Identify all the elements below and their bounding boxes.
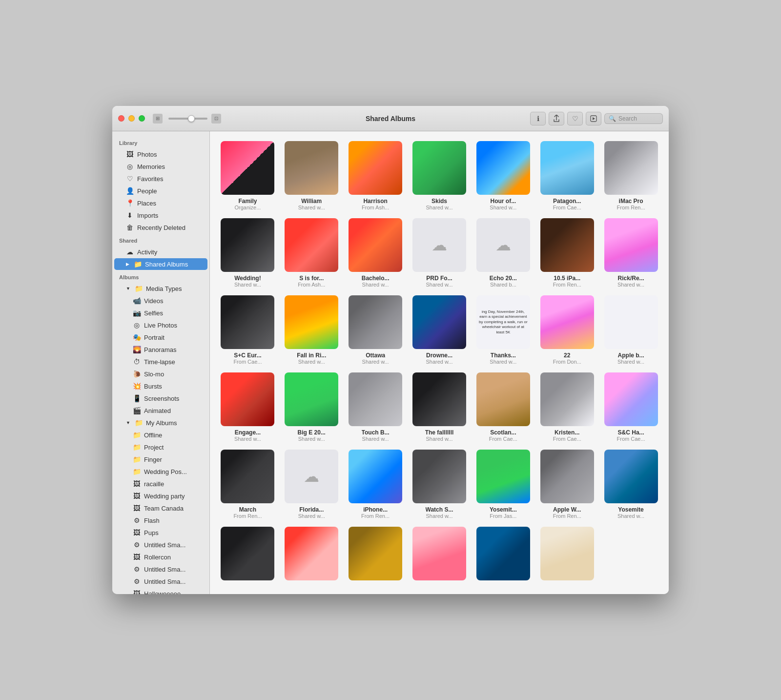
search-box[interactable]: 🔍 Search [604, 113, 663, 124]
animated-icon: 🎬 [133, 407, 141, 414]
album-item-hour-of[interactable]: Hour of...Shared w... [475, 141, 531, 210]
album-item-touch-b[interactable]: Touch B...Shared w... [348, 372, 404, 442]
album-item-thanks[interactable]: ing Day, November 24th, earn a special a… [475, 295, 531, 365]
sidebar-item-memories[interactable]: ◎ Memories [114, 161, 207, 172]
sidebar-item-my-albums[interactable]: ▼ 📁 My Albums [114, 417, 207, 429]
sidebar-item-flash[interactable]: ⚙ Flash [114, 515, 207, 526]
sidebar-item-activity[interactable]: ☁ Activity [114, 246, 207, 258]
album-item-kristen[interactable]: Kristen...From Cae... [539, 372, 595, 442]
album-item-big-e[interactable]: Big E 20...Shared w... [284, 372, 340, 442]
album-title-family: Family [238, 198, 257, 205]
album-item-falllll[interactable]: The falllllllShared w... [411, 372, 468, 442]
album-item-apple-b[interactable]: Apple b...Shared w... [603, 295, 659, 365]
album-item-s-is-for[interactable]: S is for...From Ash... [284, 218, 340, 288]
sidebar-item-halloweeeee[interactable]: 🖼 Halloweeeee... [114, 588, 207, 594]
sidebar-item-photos[interactable]: 🖼 Photos [114, 148, 207, 160]
sidebar-item-rollercon[interactable]: 🖼 Rollercon [114, 551, 207, 563]
album-item-ottawa[interactable]: OttawaShared w... [348, 295, 404, 365]
album-item-engage[interactable]: Engage...Shared w... [220, 372, 276, 442]
sidebar-item-offline[interactable]: 📁 Offline [114, 429, 207, 441]
album-item-echo-20[interactable]: ☁Echo 20...Shared b... [475, 218, 531, 288]
album-title-bachelor: Bachelo... [362, 275, 390, 282]
sidebar-item-places[interactable]: 📍 Places [114, 197, 207, 209]
album-subtitle-apple-b: Shared w... [617, 359, 644, 365]
album-item-apple-w[interactable]: Apple W...From Ren... [539, 450, 595, 519]
album-thumb-falllll [412, 372, 466, 426]
album-item-ipa[interactable]: 10.5 iPa...From Ren... [539, 218, 595, 288]
album-item-wedding[interactable]: Wedding!Shared w... [220, 218, 276, 288]
search-label: Search [618, 115, 637, 122]
sidebar-item-selfies[interactable]: 📷 Selfies [114, 307, 207, 319]
sidebar-item-wedding-party[interactable]: 🖼 Wedding party [114, 490, 207, 502]
album-subtitle-prd-fo: Shared w... [426, 282, 452, 288]
album-item-william[interactable]: WilliamShared w... [284, 141, 340, 210]
album-title-skids: Skids [432, 198, 447, 205]
album-item-prd-fo[interactable]: ☁PRD Fo...Shared w... [411, 218, 468, 288]
sidebar-item-bursts[interactable]: 💥 Bursts [114, 380, 207, 392]
places-icon: 📍 [126, 199, 134, 207]
album-item-florida[interactable]: ☁Florida...Shared w... [284, 450, 340, 519]
album-item-sc-ha[interactable]: S&C Ha...From Cae... [603, 372, 659, 442]
album-item-sc-eur[interactable]: S+C Eur...From Cae... [220, 295, 276, 365]
zoom-thumb[interactable] [188, 115, 195, 122]
sidebar-item-pups[interactable]: 🖼 Pups [114, 527, 207, 538]
album-item-yosemit[interactable]: Yosemit...From Jas... [475, 450, 531, 519]
album-item-march[interactable]: MarchFrom Ren... [220, 450, 276, 519]
favorite-button[interactable]: ♡ [567, 112, 583, 125]
sidebar-item-wedding-pos[interactable]: 📁 Wedding Pos... [114, 466, 207, 477]
album-subtitle-sc-eur: From Cae... [233, 359, 262, 365]
maximize-button[interactable] [139, 115, 145, 122]
album-item-row6d[interactable] [411, 527, 468, 583]
sidebar-item-people[interactable]: 👤 People [114, 185, 207, 197]
album-item-iphone[interactable]: iPhone...From Ren... [348, 450, 404, 519]
sidebar-item-shared-albums[interactable]: ▶ 📁 Shared Albums [114, 258, 207, 270]
sidebar-item-media-types[interactable]: ▼ 📁 Media Types [114, 283, 207, 294]
sidebar-item-finger[interactable]: 📁 Finger [114, 453, 207, 465]
close-button[interactable] [118, 115, 124, 122]
album-item-skids[interactable]: SkidsShared w... [411, 141, 468, 210]
album-item-row6c[interactable] [348, 527, 404, 583]
album-item-22[interactable]: 22From Don... [539, 295, 595, 365]
album-item-bachelor[interactable]: Bachelo...Shared w... [348, 218, 404, 288]
album-item-watch-s[interactable]: Watch S...Shared w... [411, 450, 468, 519]
album-item-scotland[interactable]: Scotlan...From Cae... [475, 372, 531, 442]
sidebar-item-imports[interactable]: ⬇ Imports [114, 209, 207, 221]
sidebar-item-untitled3[interactable]: ⚙ Untitled Sma... [114, 576, 207, 587]
sidebar-item-live-photos[interactable]: ◎ Live Photos [114, 319, 207, 331]
album-item-family[interactable]: FamilyOrganize... [220, 141, 276, 210]
minimize-button[interactable] [128, 115, 135, 122]
sidebar-item-untitled2[interactable]: ⚙ Untitled Sma... [114, 563, 207, 575]
sidebar-item-portrait[interactable]: 🎭 Portrait [114, 331, 207, 343]
slideshow-button[interactable] [586, 112, 601, 125]
album-item-drowned[interactable]: Drowne...Shared w... [411, 295, 468, 365]
albums-section-label: Albums [112, 270, 209, 282]
grid-view-button[interactable]: ⊡ [211, 114, 221, 124]
sidebar-item-untitled1[interactable]: ⚙ Untitled Sma... [114, 539, 207, 551]
sidebar-item-recently-deleted[interactable]: 🗑 Recently Deleted [114, 222, 207, 233]
sidebar-item-team-canada[interactable]: 🖼 Team Canada [114, 502, 207, 514]
album-item-row6a[interactable] [220, 527, 276, 583]
album-item-imac-pro[interactable]: iMac ProFrom Ren... [603, 141, 659, 210]
sidebar-item-screenshots[interactable]: 📱 Screenshots [114, 392, 207, 404]
album-item-rick-re[interactable]: Rick/Re...Shared w... [603, 218, 659, 288]
album-item-row6b[interactable] [284, 527, 340, 583]
sidebar-item-animated[interactable]: 🎬 Animated [114, 405, 207, 416]
share-button[interactable] [549, 112, 564, 125]
zoom-track[interactable] [168, 118, 207, 120]
sidebar-item-project[interactable]: 📁 Project [114, 441, 207, 453]
sidebar-item-videos[interactable]: 📹 Videos [114, 295, 207, 307]
sidebar-item-time-lapse[interactable]: ⏱ Time-lapse [114, 356, 207, 368]
sidebar-item-favorites[interactable]: ♡ Favorites [114, 173, 207, 185]
sidebar-item-panoramas[interactable]: 🌄 Panoramas [114, 344, 207, 355]
album-item-row6e[interactable] [475, 527, 531, 583]
album-item-harrison[interactable]: HarrisonFrom Ash... [348, 141, 404, 210]
album-item-yosemite[interactable]: YosemiteShared w... [603, 450, 659, 519]
sidebar-item-slo-mo[interactable]: 🐌 Slo-mo [114, 368, 207, 380]
album-thumb-skids [412, 141, 466, 195]
album-item-patagonia[interactable]: Patagon...From Cae... [539, 141, 595, 210]
sidebar-toggle[interactable]: ⊞ [153, 114, 163, 124]
album-item-row6f[interactable] [539, 527, 595, 583]
sidebar-item-racaille[interactable]: 🖼 racaille [114, 478, 207, 490]
info-button[interactable]: ℹ [530, 112, 546, 125]
album-item-fall-ri[interactable]: Fall in Ri...Shared w... [284, 295, 340, 365]
